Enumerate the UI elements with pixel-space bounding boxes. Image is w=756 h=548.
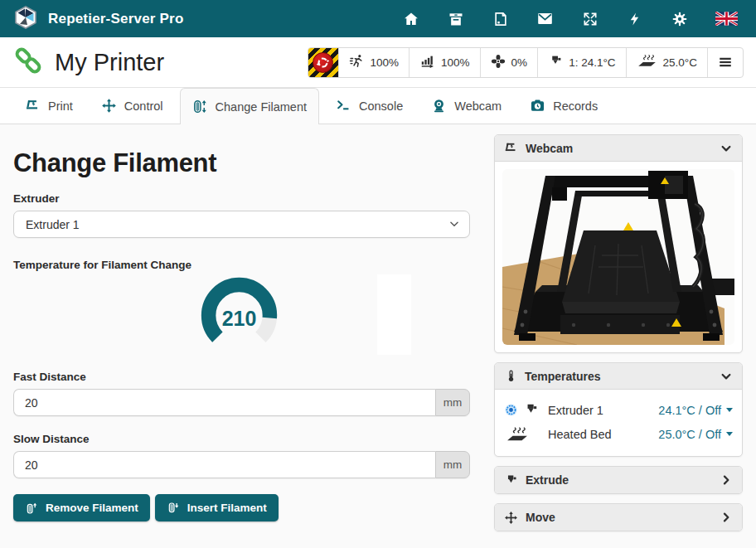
extruder-temp-dropdown[interactable]: 24.1°C / Off — [658, 404, 733, 417]
messages-icon[interactable] — [536, 10, 554, 27]
chevron-right-icon — [720, 511, 733, 524]
link-connected-icon — [12, 45, 44, 80]
fan-badge[interactable]: 0% — [480, 48, 538, 77]
temperature-gauge-row: 210 — [13, 274, 470, 357]
tab-control[interactable]: Control — [90, 88, 175, 124]
extruder-nozzle-icon — [548, 54, 563, 71]
fast-distance-label: Fast Distance — [13, 371, 470, 383]
webcam-panel: Webcam — [494, 134, 743, 353]
speed-runner-icon — [349, 53, 365, 71]
fast-distance-group: mm — [13, 389, 470, 416]
emergency-stop-icon — [313, 52, 333, 73]
speed-value: 100% — [371, 56, 400, 69]
sidebar: Webcam — [494, 124, 743, 548]
extruder-temp-value: 1: 24.1°C — [569, 56, 615, 69]
settings-gear-icon[interactable] — [671, 10, 688, 27]
fullscreen-icon[interactable] — [581, 10, 598, 27]
webcam-feed[interactable] — [502, 169, 734, 345]
printer-tabs: Print Control Change Filament Console We… — [0, 88, 756, 124]
navbar-icons — [402, 10, 743, 27]
temperature-row-bed: Heated Bed 25.0°C / Off — [504, 422, 733, 446]
printer-header: My Printer 100% — [0, 37, 756, 88]
bed-temp-dropdown[interactable]: 25.0°C / Off — [658, 428, 733, 441]
webcam-body — [495, 162, 742, 352]
bed-temp-badge[interactable]: 25.0°C — [626, 48, 707, 77]
printer-name: My Printer — [55, 49, 164, 76]
printers-icon[interactable] — [447, 10, 464, 27]
printer-status-bar: 100% 100% 0% — [308, 47, 744, 78]
temp-row-name: Extruder 1 — [548, 404, 603, 417]
chevron-down-icon — [720, 142, 733, 155]
tab-print[interactable]: Print — [13, 88, 85, 124]
temperature-label: Temperature for Filament Change — [13, 259, 470, 271]
app-title: Repetier-Server Pro — [48, 11, 183, 27]
tab-webcam[interactable]: Webcam — [419, 88, 513, 124]
content-area: Change Filament Extruder Extruder 1 Temp… — [0, 124, 756, 548]
hamburger-icon — [718, 55, 733, 70]
temperature-gauge[interactable] — [197, 274, 281, 357]
webcam-panel-header[interactable]: Webcam — [495, 135, 742, 162]
extrude-panel-header[interactable]: Extrude — [495, 467, 742, 493]
remove-filament-button[interactable]: Remove Filament — [13, 494, 150, 521]
console-icon — [336, 98, 351, 114]
fan-value: 0% — [511, 56, 528, 69]
manual-icon[interactable] — [492, 10, 509, 27]
move-arrows-icon — [101, 98, 117, 114]
top-navbar: Repetier-Server Pro — [0, 0, 756, 37]
chevron-down-icon — [720, 370, 733, 383]
gauge-side-box — [377, 274, 411, 355]
printer-icon — [504, 141, 518, 155]
tab-change-filament[interactable]: Change Filament — [180, 88, 319, 124]
slow-distance-group: mm — [13, 451, 470, 478]
slow-distance-label: Slow Distance — [13, 433, 470, 445]
quick-commands-icon[interactable] — [626, 10, 643, 27]
extruder-temp-badge[interactable]: 1: 24.1°C — [537, 48, 625, 77]
language-flag-uk[interactable] — [715, 10, 738, 27]
temperatures-body: Extruder 1 24.1°C / Off — [495, 390, 742, 456]
heated-bed-icon — [504, 425, 531, 444]
filament-icon — [192, 99, 208, 114]
temp-row-name: Heated Bed — [548, 428, 612, 441]
filament-down-icon — [167, 502, 180, 515]
filament-up-icon — [25, 502, 38, 515]
extruder-label: Extruder — [13, 192, 470, 205]
flow-value: 100% — [441, 56, 470, 69]
move-panel-header[interactable]: Move — [495, 504, 742, 531]
flow-badge[interactable]: 100% — [409, 48, 480, 77]
move-arrows-icon — [504, 511, 518, 525]
printer-menu-button[interactable] — [707, 48, 743, 77]
fast-distance-unit: mm — [435, 389, 470, 416]
webcam-icon — [431, 98, 447, 114]
caret-down-icon — [726, 432, 733, 436]
insert-filament-button[interactable]: Insert Filament — [155, 494, 279, 521]
tab-records[interactable]: Records — [518, 88, 609, 124]
extruder-select[interactable]: Extruder 1 — [13, 211, 470, 238]
fan-icon — [491, 54, 506, 71]
extruder-select-wrap: Extruder 1 — [13, 211, 470, 238]
filament-actions: Remove Filament Insert Filament — [13, 494, 470, 521]
chevron-right-icon — [720, 473, 733, 487]
extrude-panel: Extrude — [494, 466, 743, 494]
temperatures-panel-header[interactable]: Temperatures — [495, 363, 742, 390]
printer-icon — [25, 98, 41, 114]
printer-title: My Printer — [12, 45, 164, 80]
camera-icon — [530, 98, 545, 114]
speed-badge[interactable]: 100% — [338, 48, 410, 77]
tab-console[interactable]: Console — [324, 88, 414, 124]
slow-distance-unit: mm — [435, 451, 470, 478]
extruder-nozzle-icon — [504, 473, 518, 487]
radio-selected-icon[interactable] — [504, 403, 518, 417]
flow-bars-icon — [419, 53, 435, 71]
page-title: Change Filament — [13, 148, 470, 178]
bed-temp-value: 25.0°C — [663, 56, 697, 69]
temperatures-panel: Temperatures — [494, 362, 743, 457]
emergency-stop-button[interactable] — [308, 48, 338, 77]
brand-home-link[interactable]: Repetier-Server Pro — [13, 5, 183, 33]
home-icon[interactable] — [402, 10, 419, 27]
slow-distance-input[interactable] — [13, 451, 435, 478]
caret-down-icon — [726, 408, 733, 412]
repetier-logo-icon — [13, 5, 38, 33]
heated-bed-icon — [637, 53, 657, 71]
fast-distance-input[interactable] — [13, 389, 435, 416]
temperature-row-extruder: Extruder 1 24.1°C / Off — [504, 398, 733, 422]
